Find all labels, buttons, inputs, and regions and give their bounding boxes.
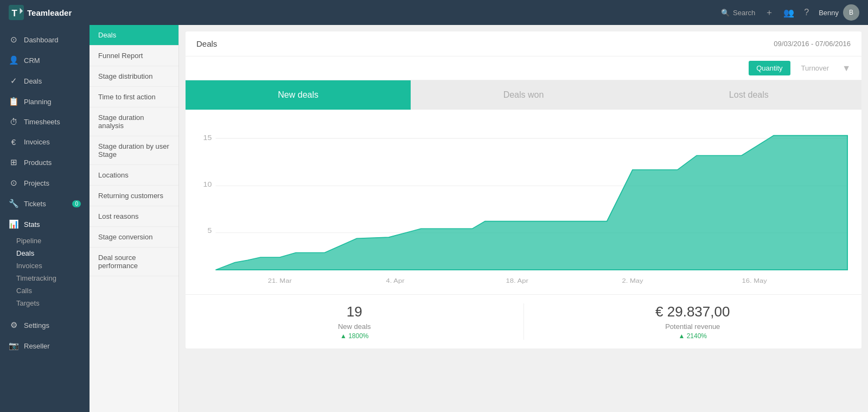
reports-item-deals[interactable]: Deals (90, 25, 178, 46)
invoices-icon: € (9, 137, 18, 147)
help-icon[interactable]: ? (804, 8, 809, 17)
sidebar-item-settings[interactable]: ⚙ Settings (0, 315, 90, 335)
sidebar-label: Tickets (24, 200, 46, 208)
sidebar-sub-invoices[interactable]: Invoices (0, 259, 90, 272)
quantity-button[interactable]: Quantity (749, 61, 790, 75)
svg-marker-10 (215, 136, 847, 270)
reports-item-deal-source[interactable]: Deal source performance (90, 248, 178, 276)
stat-change-new-deals: 1800% (196, 332, 513, 340)
reports-item-label: Stage duration analysis (98, 113, 144, 130)
sidebar-label: Timesheets (24, 118, 60, 126)
reports-item-locations[interactable]: Locations (90, 165, 178, 186)
sidebar-sub-timetracking[interactable]: Timetracking (0, 272, 90, 284)
svg-text:16. May: 16. May (742, 277, 768, 284)
sidebar-item-tickets[interactable]: 🔧 Tickets 0 (0, 193, 90, 214)
reports-item-lost-reasons[interactable]: Lost reasons (90, 206, 178, 227)
sidebar-sub-pipeline[interactable]: Pipeline (0, 234, 90, 247)
reports-item-returning-customers[interactable]: Returning customers (90, 186, 178, 206)
sidebar-label: Deals (24, 77, 42, 85)
stat-label-revenue: Potential revenue (535, 322, 851, 331)
sidebar-label: Projects (24, 179, 49, 187)
tickets-badge: 0 (72, 200, 81, 207)
stats-row: 19 New deals 1800% € 29.837,00 Potential… (186, 294, 861, 348)
main-content: Deals 09/03/2016 - 07/06/2016 Quantity T… (179, 25, 868, 412)
tab-label: New deals (278, 90, 318, 99)
sidebar-item-crm[interactable]: 👤 CRM (0, 50, 90, 71)
stat-value-revenue: € 29.837,00 (535, 303, 851, 320)
sub-label: Timetracking (16, 274, 56, 282)
sidebar-item-reseller[interactable]: 📷 Reseller (0, 335, 90, 356)
svg-text:10: 10 (203, 181, 212, 188)
svg-text:2. May: 2. May (622, 277, 644, 284)
users-icon[interactable]: 👥 (783, 8, 794, 18)
reseller-icon: 📷 (9, 341, 18, 351)
stats-icon: 📊 (9, 219, 18, 229)
search-icon: 🔍 (721, 9, 730, 17)
reports-item-label: Locations (98, 171, 129, 179)
sidebar-item-stats[interactable]: 📊 Stats (0, 214, 90, 234)
top-navigation: T Teamleader 🔍 Search ＋ 👥 ? Benny B (0, 0, 868, 25)
reports-item-label: Deal source performance (98, 253, 138, 270)
svg-text:18. Apr: 18. Apr (506, 277, 528, 284)
sidebar-label: Invoices (24, 138, 50, 146)
reports-item-funnel[interactable]: Funnel Report (90, 46, 178, 66)
tab-new-deals[interactable]: New deals (186, 80, 411, 110)
planning-icon: 📋 (9, 97, 18, 106)
sidebar-sub-targets[interactable]: Targets (0, 297, 90, 309)
reports-item-stage-conversion[interactable]: Stage conversion (90, 227, 178, 248)
stat-potential-revenue: € 29.837,00 Potential revenue 2140% (535, 303, 851, 340)
sidebar-item-invoices[interactable]: € Invoices (0, 132, 90, 152)
sidebar-label: CRM (24, 56, 40, 65)
sidebar-label: Stats (24, 220, 40, 229)
reports-item-label: Returning customers (98, 192, 163, 200)
sidebar-item-deals[interactable]: ✓ Deals (0, 71, 90, 91)
deals-chart: 15 10 5 21. Mar 4. Apr 18. Apr 2. May (196, 118, 851, 290)
sidebar-label: Planning (24, 98, 52, 106)
search-area[interactable]: 🔍 Search (721, 9, 755, 17)
chart-area: 15 10 5 21. Mar 4. Apr 18. Apr 2. May (186, 110, 861, 294)
sidebar-item-dashboard[interactable]: ⊙ Dashboard (0, 29, 90, 50)
sidebar-left: ⊙ Dashboard 👤 CRM ✓ Deals 📋 Planning ⏱ T… (0, 25, 90, 412)
reports-item-label: Stage duration by user Stage (98, 142, 169, 159)
tickets-icon: 🔧 (9, 199, 18, 208)
reports-item-label: Stage distribution (98, 72, 152, 80)
main-layout: ⊙ Dashboard 👤 CRM ✓ Deals 📋 Planning ⏱ T… (0, 25, 868, 412)
reports-item-stage-duration-user[interactable]: Stage duration by user Stage (90, 136, 178, 165)
search-label: Search (733, 9, 755, 17)
deals-header: Deals 09/03/2016 - 07/06/2016 (186, 31, 861, 56)
sidebar-sub-deals[interactable]: Deals (0, 247, 90, 259)
sidebar-item-projects[interactable]: ⊙ Projects (0, 173, 90, 193)
deals-icon: ✓ (9, 76, 18, 86)
reports-item-label: Funnel Report (98, 52, 143, 60)
filter-icon[interactable]: ▼ (842, 64, 851, 73)
tab-label: Lost deals (729, 90, 769, 99)
sub-label: Invoices (16, 262, 42, 270)
crm-icon: 👤 (9, 55, 18, 65)
reports-item-stage-distribution[interactable]: Stage distribution (90, 66, 178, 87)
tab-lost-deals[interactable]: Lost deals (636, 80, 861, 110)
turnover-button[interactable]: Turnover (794, 61, 837, 75)
tab-deals-won[interactable]: Deals won (411, 80, 636, 110)
sidebar-label: Reseller (24, 342, 50, 350)
reports-item-time-first-action[interactable]: Time to first action (90, 87, 178, 107)
sub-label: Calls (16, 287, 32, 295)
user-menu[interactable]: Benny B (819, 4, 859, 21)
sidebar-sub-calls[interactable]: Calls (0, 284, 90, 297)
sidebar-item-planning[interactable]: 📋 Planning (0, 91, 90, 112)
sidebar-item-timesheets[interactable]: ⏱ Timesheets (0, 112, 90, 132)
stat-change-revenue: 2140% (535, 332, 851, 340)
deals-tabs: New deals Deals won Lost deals (186, 80, 861, 110)
sub-label: Targets (16, 299, 40, 307)
reports-item-label: Stage conversion (98, 233, 152, 241)
deals-date-range: 09/03/2016 - 07/06/2016 (774, 40, 851, 48)
svg-text:4. Apr: 4. Apr (386, 277, 405, 284)
add-icon[interactable]: ＋ (765, 7, 774, 18)
svg-text:21. Mar: 21. Mar (268, 277, 292, 284)
products-icon: ⊞ (9, 157, 18, 167)
stat-divider (524, 303, 524, 340)
sidebar-label: Settings (24, 321, 49, 329)
reports-item-stage-duration-analysis[interactable]: Stage duration analysis (90, 107, 178, 136)
deals-card-title: Deals (196, 39, 217, 48)
sidebar-label: Products (24, 159, 52, 167)
sidebar-item-products[interactable]: ⊞ Products (0, 152, 90, 173)
